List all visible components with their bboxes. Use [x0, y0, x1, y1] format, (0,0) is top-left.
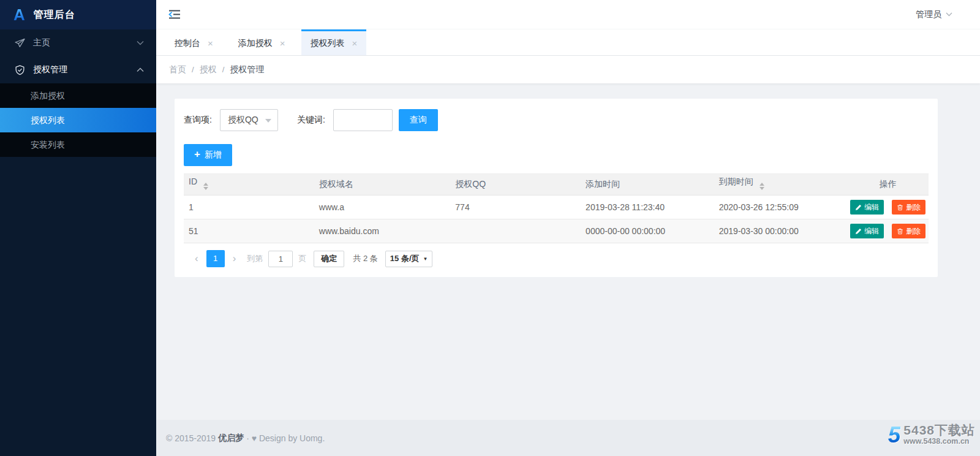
chevron-down-icon: [137, 40, 144, 45]
prev-page-icon[interactable]: ‹: [189, 253, 204, 265]
watermark-5-icon: 5: [888, 425, 901, 445]
next-page-icon[interactable]: ›: [227, 253, 242, 265]
page-number-button[interactable]: 1: [206, 250, 225, 267]
breadcrumb: 首页 / 授权 / 授权管理: [156, 56, 980, 83]
watermark: 5 5438下载站 www.5438.com.cn: [888, 424, 975, 446]
edit-button[interactable]: 编辑: [850, 200, 884, 215]
main-column: 管理员 控制台 × 添加授权 × 授权列表 × 首页 /: [156, 0, 980, 456]
cell-qq: [450, 219, 581, 243]
tab-console[interactable]: 控制台 ×: [165, 29, 222, 55]
footer-dot: ·: [246, 433, 249, 443]
user-menu[interactable]: 管理员: [916, 9, 952, 20]
cell-ops: 编辑 删除: [847, 219, 929, 243]
col-header-expires: 到期时间: [714, 174, 848, 196]
sidebar-item-auth-management[interactable]: 授权管理: [0, 56, 156, 83]
tab-label: 授权列表: [311, 38, 345, 49]
auth-table: ID 授权域名 授权QQ 添加时间 到期时间 操作: [184, 173, 929, 243]
logo-a-icon: A: [13, 7, 25, 23]
plus-icon: +: [194, 148, 200, 161]
sort-icon[interactable]: [760, 180, 764, 192]
confirm-page-button[interactable]: 确定: [314, 251, 344, 267]
topbar: 管理员: [156, 0, 980, 29]
sidebar-collapse-icon[interactable]: [168, 10, 181, 19]
sidebar-filler: [0, 157, 156, 456]
auth-list-card: 查询项: 授权QQ 关键词: 查询 + 新增: [175, 99, 938, 277]
query-field-label: 查询项:: [184, 115, 212, 126]
app-title: 管理后台: [34, 9, 75, 21]
col-header-id: ID: [184, 174, 314, 196]
breadcrumb-current: 授权管理: [230, 64, 264, 75]
sidebar-item-home[interactable]: 主页: [0, 29, 156, 56]
trash-icon: [897, 228, 903, 235]
table-header-row: ID 授权域名 授权QQ 添加时间 到期时间 操作: [184, 174, 929, 196]
sidebar-item-auth-list[interactable]: 授权列表: [0, 108, 156, 132]
tab-bar: 控制台 × 添加授权 × 授权列表 ×: [156, 29, 980, 56]
sidebar-submenu: 添加授权 授权列表 安装列表: [0, 83, 156, 157]
chevron-up-icon: [137, 67, 144, 72]
breadcrumb-separator: /: [222, 65, 225, 74]
close-icon[interactable]: ×: [352, 39, 358, 48]
col-header-domain: 授权域名: [314, 174, 451, 196]
cell-id: 51: [184, 219, 314, 243]
pencil-icon: [855, 204, 862, 211]
sidebar-item-label: 授权管理: [33, 64, 67, 75]
col-header-added: 添加时间: [581, 174, 714, 196]
col-header-qq: 授权QQ: [450, 174, 581, 196]
table-row: 1 www.a 774 2019-03-28 11:23:40 2020-03-…: [184, 196, 929, 219]
tab-label: 控制台: [175, 38, 200, 49]
shield-check-icon: [15, 65, 25, 75]
keyword-input[interactable]: [333, 109, 393, 131]
footer-design: ♥ Design by Uomg.: [252, 433, 325, 443]
query-field-value: 授权QQ: [228, 115, 258, 126]
add-button-label: 新增: [205, 150, 222, 161]
pencil-icon: [855, 228, 862, 235]
watermark-url: www.5438.com.cn: [903, 437, 975, 446]
delete-button[interactable]: 删除: [892, 200, 925, 215]
keyword-label: 关键词:: [297, 115, 325, 126]
breadcrumb-auth[interactable]: 授权: [200, 64, 217, 75]
watermark-title: 5438下载站: [903, 424, 975, 436]
search-form: 查询项: 授权QQ 关键词: 查询: [184, 109, 929, 131]
page-suffix-label: 页: [298, 253, 306, 264]
chevron-down-icon: [946, 12, 952, 17]
sidebar-logo: A 管理后台: [0, 0, 156, 29]
cell-id: 1: [184, 196, 314, 219]
query-field-select[interactable]: 授权QQ: [220, 109, 278, 131]
col-header-ops: 操作: [847, 174, 929, 196]
edit-button[interactable]: 编辑: [850, 224, 884, 238]
caret-down-icon: ▼: [423, 256, 428, 262]
table-row: 51 www.baidu.com 0000-00-00 00:00:00 201…: [184, 219, 929, 243]
footer-copyright: © 2015-2019: [166, 433, 216, 443]
footer-brand[interactable]: 优启梦: [218, 433, 244, 444]
tab-add-auth[interactable]: 添加授权 ×: [229, 29, 295, 55]
send-icon: [15, 38, 25, 48]
close-icon[interactable]: ×: [280, 39, 285, 48]
sidebar-item-add-auth[interactable]: 添加授权: [0, 83, 156, 108]
cell-domain: www.a: [314, 196, 451, 219]
trash-icon: [897, 204, 903, 211]
cell-expires: 2020-03-26 12:55:09: [714, 196, 848, 219]
cell-qq: 774: [450, 196, 581, 219]
admin-app: A 管理后台 主页 授权管理 添加授权 授权列表 安装列表: [0, 0, 980, 456]
user-name: 管理员: [916, 9, 941, 20]
total-count-label: 共 2 条: [353, 253, 377, 264]
page-input[interactable]: [268, 251, 293, 267]
cell-ops: 编辑 删除: [847, 196, 929, 219]
cell-added: 0000-00-00 00:00:00: [581, 219, 714, 243]
close-icon[interactable]: ×: [208, 39, 213, 48]
pagination: ‹ 1 › 到第 页 确定 共 2 条 15 条/页 ▼: [184, 249, 929, 268]
cell-domain: www.baidu.com: [314, 219, 451, 243]
per-page-select[interactable]: 15 条/页 ▼: [385, 251, 433, 267]
sort-icon[interactable]: [203, 180, 208, 192]
delete-button[interactable]: 删除: [892, 224, 925, 238]
footer: © 2015-2019 优启梦 · ♥ Design by Uomg.: [156, 420, 980, 456]
breadcrumb-home[interactable]: 首页: [169, 64, 186, 75]
content-area: 查询项: 授权QQ 关键词: 查询 + 新增: [156, 83, 980, 420]
caret-down-icon: [265, 119, 271, 126]
tab-auth-list[interactable]: 授权列表 ×: [301, 29, 367, 55]
sidebar-item-label: 主页: [33, 37, 50, 48]
goto-label: 到第: [247, 253, 263, 264]
query-button[interactable]: 查询: [399, 109, 438, 131]
add-button[interactable]: + 新增: [184, 144, 232, 166]
sidebar-item-install-list[interactable]: 安装列表: [0, 132, 156, 157]
